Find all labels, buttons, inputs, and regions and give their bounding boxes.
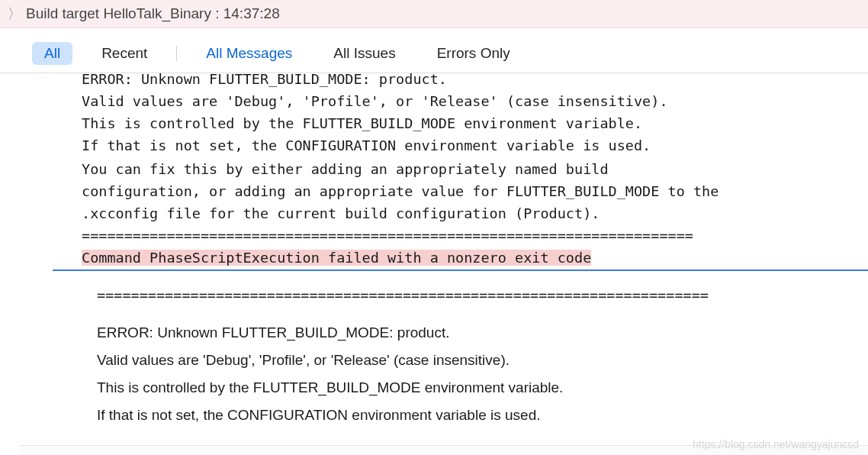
log-ruler: ========================================… <box>21 224 868 246</box>
filter-all-issues[interactable]: All Issues <box>321 42 407 65</box>
spacer <box>0 28 868 36</box>
log-line: You can fix this by either adding an app… <box>21 157 868 179</box>
filter-all[interactable]: All <box>32 42 72 65</box>
detail-ruler: ========================================… <box>97 282 868 308</box>
chevron-right-icon: 〉 <box>8 5 21 23</box>
filter-errors-only[interactable]: Errors Only <box>425 42 522 65</box>
log-line: Valid values are 'Debug', 'Profile', or … <box>21 89 868 111</box>
log-error-line: Command PhaseScriptExecution failed with… <box>21 246 868 268</box>
build-header: 〉 Build target HelloTalk_Binary : 14:37:… <box>0 0 868 28</box>
detail-line: ERROR: Unknown FLUTTER_BUILD_MODE: produ… <box>97 319 868 347</box>
error-highlight: Command PhaseScriptExecution failed with… <box>82 250 591 266</box>
detail-pane: ========================================… <box>21 271 868 455</box>
detail-line: This is controlled by the FLUTTER_BUILD_… <box>97 374 868 402</box>
log-line: configuration, or adding an appropriate … <box>21 179 868 202</box>
log-content: ERROR: Unknown FLUTTER_BUILD_MODE: produ… <box>20 67 868 455</box>
toolbar-divider <box>176 46 177 61</box>
filter-recent[interactable]: Recent <box>89 42 159 65</box>
build-target-title: Build target HelloTalk_Binary : 14:37:28 <box>26 5 280 22</box>
detail-line: If that is not set, the CONFIGURATION en… <box>97 402 868 429</box>
filter-all-messages[interactable]: All Messages <box>194 42 304 65</box>
detail-line: Valid values are 'Debug', 'Profile', or … <box>97 347 868 374</box>
watermark-text: https://blog.csdn.net/wangyajuncsd <box>693 438 859 450</box>
log-line: If that is not set, the CONFIGURATION en… <box>21 134 868 156</box>
log-line: This is controlled by the FLUTTER_BUILD_… <box>21 111 868 134</box>
log-line: .xcconfig file for the current build con… <box>21 202 868 224</box>
log-line-clipped: ERROR: Unknown FLUTTER_BUILD_MODE: produ… <box>21 67 868 89</box>
